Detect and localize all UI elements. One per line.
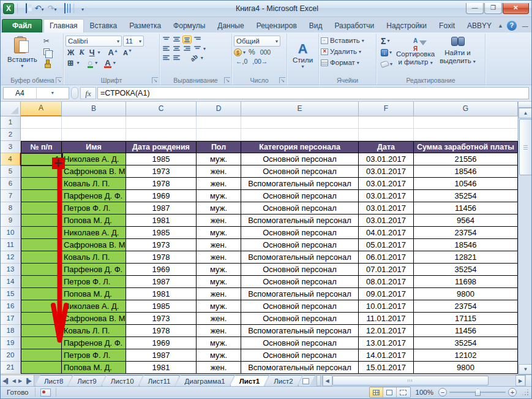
- ribbon-tab-6[interactable]: Вид: [303, 19, 329, 32]
- cell-E20[interactable]: Основной персонал: [241, 349, 359, 362]
- fill-color-icon[interactable]: ◌: [87, 58, 94, 67]
- clipboard-dialog-launcher[interactable]: ↘: [56, 77, 62, 83]
- row-header-1[interactable]: 1: [1, 116, 21, 129]
- copy-icon[interactable]: ▾: [42, 47, 54, 56]
- cell-F6[interactable]: 03.01.2017: [359, 178, 414, 190]
- table-header-cell[interactable]: Категория персонала: [241, 141, 359, 153]
- cell-A19[interactable]: [21, 337, 62, 349]
- cell-C18[interactable]: 1978: [126, 325, 197, 337]
- cell-E6[interactable]: Вспомогательный персонал: [241, 178, 359, 190]
- cell-G16[interactable]: 23754: [414, 300, 518, 313]
- ribbon-tab-0[interactable]: Главная: [43, 19, 84, 32]
- first-sheet-icon[interactable]: ◀▌: [2, 378, 10, 384]
- column-header-B[interactable]: B: [62, 102, 126, 116]
- cell-E16[interactable]: Основной персонал: [241, 300, 359, 313]
- cell-B11[interactable]: Сафронова В. М.: [62, 239, 126, 251]
- save-icon[interactable]: [21, 3, 32, 14]
- cell-D19[interactable]: муж.: [197, 337, 241, 349]
- tab-area-splitter[interactable]: [317, 375, 321, 386]
- cell-D1[interactable]: [197, 116, 241, 129]
- ribbon-tab-5[interactable]: Рецензиров: [250, 19, 303, 32]
- scroll-left-icon[interactable]: ◀: [323, 375, 332, 386]
- cell-C6[interactable]: 1978: [126, 178, 197, 190]
- ribbon-tab-10[interactable]: ABBYY PDF T: [461, 19, 498, 32]
- cell-F10[interactable]: 04.01.2017: [359, 227, 414, 239]
- cell-C17[interactable]: 1973: [126, 313, 197, 325]
- align-center-icon[interactable]: [172, 45, 181, 53]
- insert-function-icon[interactable]: fx: [80, 87, 96, 99]
- cell-B19[interactable]: Парфенов Д. Ф.: [62, 337, 126, 349]
- cell-C19[interactable]: 1969: [126, 337, 197, 349]
- cell-G9[interactable]: 9564: [414, 215, 518, 227]
- cell-F9[interactable]: 03.01.2017: [359, 215, 414, 227]
- cell-F4[interactable]: 03.01.2017: [359, 153, 414, 165]
- cell-G17[interactable]: 17115: [414, 313, 518, 325]
- cell-B20[interactable]: Петров Ф. Л.: [62, 349, 126, 362]
- cell-B12[interactable]: Коваль Л. П.: [62, 251, 126, 264]
- cell-B5[interactable]: Сафронова В. М.: [62, 165, 126, 178]
- cell-F7[interactable]: 03.01.2017: [359, 190, 414, 202]
- cell-C4[interactable]: 1985: [126, 153, 197, 165]
- row-header-5[interactable]: 5: [1, 165, 21, 178]
- resize-grip[interactable]: [522, 389, 529, 396]
- cell-C20[interactable]: 1987: [126, 349, 197, 362]
- row-header-13[interactable]: 13: [1, 264, 21, 276]
- cell-A8[interactable]: [21, 202, 62, 215]
- cell-A13[interactable]: [21, 264, 62, 276]
- cell-G10[interactable]: 23754: [414, 227, 518, 239]
- paste-button[interactable]: Вставить▾: [4, 35, 41, 70]
- cell-F11[interactable]: 05.01.2017: [359, 239, 414, 251]
- ribbon-tab-3[interactable]: Формулы: [167, 19, 211, 32]
- row-header-17[interactable]: 17: [1, 313, 21, 325]
- table-header-cell[interactable]: Дата рождения: [126, 141, 197, 153]
- vertical-scrollbar[interactable]: ▲ ▼: [518, 102, 532, 374]
- cell-B10[interactable]: Николаев А. Д.: [62, 227, 126, 239]
- cell-G21[interactable]: 9800: [414, 362, 518, 374]
- vertical-scroll-thumb[interactable]: [519, 119, 532, 175]
- cell-G2[interactable]: [414, 129, 518, 141]
- sheet-tab-Лист9[interactable]: Лист9: [68, 375, 105, 386]
- name-box-dropdown-icon[interactable]: ▾: [36, 88, 69, 99]
- cell-D6[interactable]: жен.: [197, 178, 241, 190]
- row-header-10[interactable]: 10: [1, 227, 21, 239]
- cell-B18[interactable]: Коваль Л. П.: [62, 325, 126, 337]
- cell-E4[interactable]: Основной персонал: [241, 153, 359, 165]
- cell-A9[interactable]: [21, 215, 62, 227]
- row-header-21[interactable]: 21: [1, 362, 21, 374]
- cell-B21[interactable]: Попова М. Д.: [62, 362, 126, 374]
- row-header-20[interactable]: 20: [1, 349, 21, 362]
- cell-C12[interactable]: 1978: [126, 251, 197, 264]
- cell-G4[interactable]: 21556: [414, 153, 518, 165]
- cell-E13[interactable]: Основной персонал: [241, 264, 359, 276]
- sheet-tab-Лист10[interactable]: Лист10: [102, 375, 143, 386]
- normal-view-button[interactable]: [370, 387, 383, 397]
- cell-B13[interactable]: Парфенов Д. Ф.: [62, 264, 126, 276]
- cell-D2[interactable]: [197, 129, 241, 141]
- cell-E1[interactable]: [241, 116, 359, 129]
- cell-A14[interactable]: [21, 276, 62, 288]
- cell-F1[interactable]: [359, 116, 414, 129]
- zoom-level[interactable]: 100%: [413, 389, 436, 396]
- help-icon[interactable]: ?: [507, 21, 517, 31]
- cell-E18[interactable]: Вспомогательный персонал: [241, 325, 359, 337]
- borders-icon[interactable]: ⊞: [66, 58, 75, 67]
- cell-G7[interactable]: 35254: [414, 190, 518, 202]
- cell-G1[interactable]: [414, 116, 518, 129]
- cell-G11[interactable]: 18546: [414, 239, 518, 251]
- cell-C1[interactable]: [126, 116, 197, 129]
- cell-B17[interactable]: Сафронова В. М.: [62, 313, 126, 325]
- table-view-icon[interactable]: [59, 3, 70, 14]
- cell-F2[interactable]: [359, 129, 414, 141]
- cell-A20[interactable]: [21, 349, 62, 362]
- cell-D17[interactable]: жен.: [197, 313, 241, 325]
- cell-E21[interactable]: Вспомогательный персонал: [241, 362, 359, 374]
- cell-A16[interactable]: [21, 300, 62, 313]
- page-break-view-button[interactable]: [397, 387, 410, 397]
- comma-format-icon[interactable]: 000: [258, 48, 273, 56]
- cell-E12[interactable]: Вспомогательный персонал: [241, 251, 359, 264]
- row-header-7[interactable]: 7: [1, 190, 21, 202]
- cell-G18[interactable]: 11456: [414, 325, 518, 337]
- cell-F17[interactable]: 11.01.2017: [359, 313, 414, 325]
- cell-D20[interactable]: муж.: [197, 349, 241, 362]
- format-cells-button[interactable]: Формат▾: [321, 57, 374, 68]
